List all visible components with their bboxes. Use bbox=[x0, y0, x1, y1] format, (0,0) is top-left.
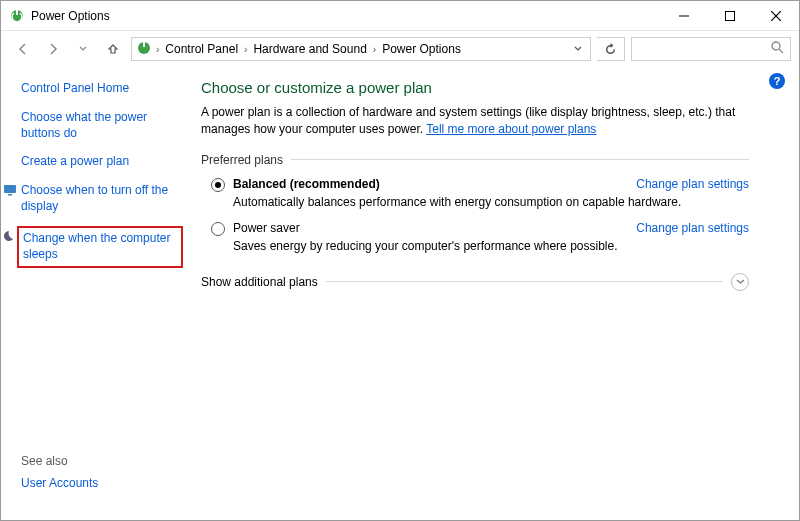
sidebar-link-label: Change when the computer sleeps bbox=[23, 231, 170, 261]
refresh-button[interactable] bbox=[597, 37, 625, 61]
chevron-right-icon[interactable]: › bbox=[156, 44, 159, 55]
breadcrumb-item[interactable]: Power Options bbox=[380, 42, 463, 56]
show-more-label: Show additional plans bbox=[201, 275, 318, 289]
radio-power-saver[interactable] bbox=[211, 222, 225, 236]
plan-name: Power saver bbox=[233, 221, 300, 235]
sidebar-link-create-plan[interactable]: Create a power plan bbox=[21, 153, 181, 169]
section-label: Preferred plans bbox=[201, 153, 283, 167]
breadcrumb-item[interactable]: Control Panel bbox=[163, 42, 240, 56]
change-plan-settings-link[interactable]: Change plan settings bbox=[636, 177, 749, 191]
recent-locations-dropdown[interactable] bbox=[71, 37, 95, 61]
power-plan-balanced: Balanced (recommended) Change plan setti… bbox=[201, 177, 749, 209]
address-dropdown[interactable] bbox=[570, 42, 586, 56]
titlebar: Power Options bbox=[1, 1, 799, 31]
preferred-plans-header: Preferred plans bbox=[201, 153, 749, 167]
display-timer-icon bbox=[3, 183, 17, 197]
power-options-app-icon bbox=[136, 40, 152, 59]
sidebar-link-computer-sleeps[interactable]: Change when the computer sleeps bbox=[17, 226, 183, 268]
svg-line-9 bbox=[779, 49, 783, 53]
content-pane: Choose or customize a power plan A power… bbox=[191, 67, 799, 520]
chevron-right-icon[interactable]: › bbox=[244, 44, 247, 55]
svg-rect-11 bbox=[8, 194, 12, 196]
moon-icon bbox=[1, 229, 15, 243]
intro-link[interactable]: Tell me more about power plans bbox=[426, 122, 596, 136]
svg-rect-7 bbox=[143, 42, 145, 47]
close-button[interactable] bbox=[753, 1, 799, 31]
breadcrumb-label: Control Panel bbox=[165, 42, 238, 56]
window-title: Power Options bbox=[31, 9, 661, 23]
address-bar[interactable]: › Control Panel › Hardware and Sound › P… bbox=[131, 37, 591, 61]
see-also-user-accounts[interactable]: User Accounts bbox=[21, 476, 181, 490]
up-button[interactable] bbox=[101, 37, 125, 61]
svg-rect-1 bbox=[16, 10, 18, 15]
svg-rect-3 bbox=[726, 11, 735, 20]
see-also-header: See also bbox=[21, 454, 181, 468]
change-plan-settings-link[interactable]: Change plan settings bbox=[636, 221, 749, 235]
search-icon bbox=[771, 41, 784, 57]
body: ? Control Panel Home Choose what the pow… bbox=[1, 67, 799, 520]
show-additional-plans[interactable]: Show additional plans bbox=[201, 273, 749, 291]
sidebar-link-label: Create a power plan bbox=[21, 154, 129, 168]
page-title: Choose or customize a power plan bbox=[201, 79, 749, 96]
breadcrumb-item[interactable]: Hardware and Sound bbox=[251, 42, 368, 56]
chevron-right-icon[interactable]: › bbox=[373, 44, 376, 55]
forward-button[interactable] bbox=[41, 37, 65, 61]
power-plan-power-saver: Power saver Change plan settings Saves e… bbox=[201, 221, 749, 253]
back-button[interactable] bbox=[11, 37, 35, 61]
breadcrumb-label: Power Options bbox=[382, 42, 461, 56]
help-icon[interactable]: ? bbox=[769, 73, 785, 89]
plan-description: Saves energy by reducing your computer's… bbox=[233, 239, 749, 253]
search-input[interactable] bbox=[631, 37, 791, 61]
maximize-button[interactable] bbox=[707, 1, 753, 31]
plan-description: Automatically balances performance with … bbox=[233, 195, 749, 209]
window-controls bbox=[661, 1, 799, 31]
sidebar-link-turn-off-display[interactable]: Choose when to turn off the display bbox=[21, 182, 181, 214]
control-panel-home-link[interactable]: Control Panel Home bbox=[21, 81, 181, 95]
intro-text: A power plan is a collection of hardware… bbox=[201, 104, 749, 139]
divider bbox=[326, 281, 723, 282]
plan-name: Balanced (recommended) bbox=[233, 177, 380, 191]
svg-point-8 bbox=[772, 42, 780, 50]
power-options-app-icon bbox=[9, 8, 25, 24]
divider bbox=[291, 159, 749, 160]
minimize-button[interactable] bbox=[661, 1, 707, 31]
svg-rect-10 bbox=[4, 185, 16, 193]
radio-balanced[interactable] bbox=[211, 178, 225, 192]
chevron-down-icon[interactable] bbox=[731, 273, 749, 291]
sidebar-link-label: Choose what the power buttons do bbox=[21, 110, 147, 140]
breadcrumb-label: Hardware and Sound bbox=[253, 42, 366, 56]
nav-row: › Control Panel › Hardware and Sound › P… bbox=[1, 31, 799, 67]
sidebar-link-label: Choose when to turn off the display bbox=[21, 183, 168, 213]
sidebar: Control Panel Home Choose what the power… bbox=[1, 67, 191, 520]
sidebar-link-power-buttons[interactable]: Choose what the power buttons do bbox=[21, 109, 181, 141]
